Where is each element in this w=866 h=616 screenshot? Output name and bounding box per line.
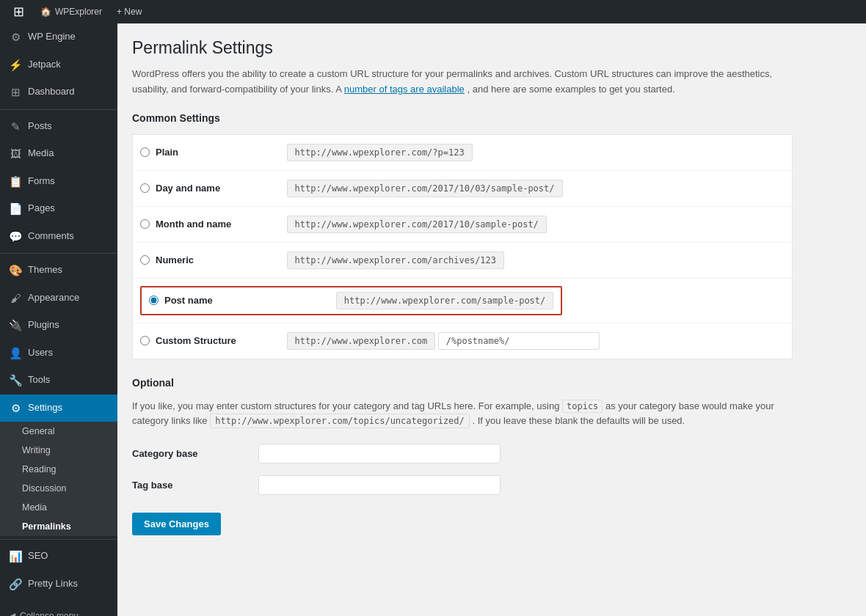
optional-code: topics [562, 400, 603, 413]
sidebar-item-appearance[interactable]: 🖌 Appearance [0, 285, 117, 312]
numeric-radio[interactable] [140, 255, 150, 265]
plain-label[interactable]: Plain [140, 147, 272, 158]
sidebar-item-comments[interactable]: 💬 Comments [0, 223, 117, 251]
numeric-label-text: Numeric [156, 254, 194, 265]
month-name-label[interactable]: Month and name [140, 219, 272, 230]
users-icon: 👤 [9, 346, 22, 361]
month-name-radio[interactable] [140, 219, 150, 229]
permalink-row-numeric: Numeric http://www.wpexplorer.com/archiv… [133, 242, 793, 278]
content-area: Permalink Settings WordPress offers you … [117, 23, 866, 616]
permalink-row-custom: Custom Structure http://www.wpexplorer.c… [133, 323, 793, 359]
custom-radio[interactable] [140, 336, 150, 345]
sidebar-item-label: WP Engine [28, 31, 76, 43]
day-name-url: http://www.wpexplorer.com/2017/10/03/sam… [287, 180, 563, 197]
themes-icon: 🎨 [9, 263, 22, 278]
pages-icon: 📄 [9, 202, 22, 216]
sidebar-item-forms[interactable]: 📋 Forms [0, 168, 117, 196]
sidebar-item-tools[interactable]: 🔧 Tools [0, 367, 117, 395]
sidebar-item-label: Pages [28, 202, 55, 215]
settings-icon: ⚙ [9, 401, 22, 416]
tag-base-label: Tag base [132, 480, 250, 491]
custom-label-text: Custom Structure [156, 335, 236, 346]
new-label: + New [117, 7, 142, 17]
submenu-writing[interactable]: Writing [0, 441, 117, 460]
category-base-row: Category base [132, 444, 793, 463]
submenu-permalinks[interactable]: Permalinks [0, 517, 117, 536]
sidebar-item-dashboard[interactable]: ⊞ Dashboard [0, 78, 117, 106]
comments-icon: 💬 [9, 230, 22, 244]
submenu-reading[interactable]: Reading [0, 460, 117, 479]
tag-base-row: Tag base [132, 475, 793, 495]
day-name-label-text: Day and name [156, 183, 220, 194]
main-layout: ⚙ WP Engine ⚡ Jetpack ⊞ Dashboard ✎ Post… [0, 23, 866, 616]
tag-base-input[interactable] [258, 475, 501, 495]
optional-url: http://www.wpexplorer.com/topics/uncateg… [210, 414, 470, 428]
sidebar-item-pages[interactable]: 📄 Pages [0, 195, 117, 223]
wp-logo-icon: ⊞ [13, 4, 24, 20]
custom-url-prefix: http://www.wpexplorer.com [287, 332, 436, 350]
tools-icon: 🔧 [9, 373, 22, 388]
sidebar-item-label: Settings [28, 402, 62, 414]
appearance-icon: 🖌 [9, 291, 22, 306]
site-name-item[interactable]: 🏠 WPExplorer [33, 0, 109, 23]
optional-section: Optional If you like, you may enter cust… [132, 377, 793, 536]
sidebar-item-wp-engine[interactable]: ⚙ WP Engine [0, 23, 117, 51]
sidebar-item-label: Appearance [28, 292, 79, 304]
sidebar-item-label: Themes [28, 264, 62, 276]
dashboard-icon: ⊞ [9, 85, 22, 100]
page-title: Permalink Settings [132, 38, 851, 58]
sidebar-item-themes[interactable]: 🎨 Themes [0, 257, 117, 285]
sidebar: ⚙ WP Engine ⚡ Jetpack ⊞ Dashboard ✎ Post… [0, 23, 117, 616]
numeric-url: http://www.wpexplorer.com/archives/123 [287, 252, 505, 269]
sidebar-item-posts[interactable]: ✎ Posts [0, 113, 117, 141]
sidebar-item-seo[interactable]: 📊 SEO [0, 543, 117, 571]
settings-submenu: General Writing Reading Discussion Media… [0, 422, 117, 536]
month-name-url: http://www.wpexplorer.com/2017/10/sample… [287, 216, 547, 233]
plain-radio[interactable] [140, 147, 150, 157]
category-base-label: Category base [132, 448, 250, 459]
new-item[interactable]: + New [109, 0, 149, 23]
sidebar-item-label: SEO [28, 550, 48, 562]
forms-icon: 📋 [9, 175, 22, 189]
sidebar-item-settings[interactable]: ⚙ Settings [0, 395, 117, 422]
tags-link[interactable]: number of tags are available [344, 84, 465, 95]
sidebar-item-plugins[interactable]: 🔌 Plugins [0, 312, 117, 340]
submenu-discussion[interactable]: Discussion [0, 479, 117, 498]
month-name-label-text: Month and name [156, 219, 231, 230]
day-name-radio[interactable] [140, 183, 150, 193]
permalink-options-table: Plain http://www.wpexplorer.com/?p=123 D… [132, 134, 793, 359]
sidebar-item-media[interactable]: 🖼 Media [0, 140, 117, 168]
plain-label-text: Plain [156, 147, 178, 158]
sidebar-item-label: Comments [28, 230, 74, 243]
sidebar-item-label: Posts [28, 120, 52, 133]
sidebar-item-jetpack[interactable]: ⚡ Jetpack [0, 51, 117, 79]
permalink-row-post-name: Post name http://www.wpexplorer.com/samp… [133, 278, 793, 323]
sidebar-item-label: Media [28, 147, 54, 160]
numeric-label[interactable]: Numeric [140, 254, 272, 265]
sidebar-divider-2 [0, 253, 117, 254]
custom-url-input[interactable] [438, 332, 600, 350]
posts-icon: ✎ [9, 120, 22, 134]
save-changes-button[interactable]: Save Changes [132, 513, 221, 535]
post-name-url: http://www.wpexplorer.com/sample-post/ [336, 292, 554, 309]
media-icon: 🖼 [9, 147, 22, 161]
sidebar-item-label: Plugins [28, 319, 59, 331]
sidebar-divider-3 [0, 539, 117, 540]
submenu-media[interactable]: Media [0, 498, 117, 517]
sidebar-divider-1 [0, 109, 117, 110]
collapse-menu-button[interactable]: ◀ Collapse menu [0, 604, 117, 616]
custom-label[interactable]: Custom Structure [140, 335, 272, 346]
sidebar-item-label: Tools [28, 374, 50, 386]
seo-icon: 📊 [9, 549, 22, 564]
submenu-general[interactable]: General [0, 422, 117, 441]
site-name-label: WPExplorer [55, 7, 102, 17]
wp-logo-item[interactable]: ⊞ [6, 0, 33, 23]
category-base-input[interactable] [258, 444, 501, 463]
sidebar-item-pretty-links[interactable]: 🔗 Pretty Links [0, 571, 117, 598]
post-name-radio[interactable] [149, 296, 159, 305]
intro-paragraph: WordPress offers you the ability to crea… [132, 67, 793, 98]
sidebar-item-users[interactable]: 👤 Users [0, 340, 117, 367]
day-name-label[interactable]: Day and name [140, 183, 272, 194]
permalink-row-plain: Plain http://www.wpexplorer.com/?p=123 [133, 134, 793, 170]
post-name-label[interactable]: Post name [149, 295, 213, 306]
